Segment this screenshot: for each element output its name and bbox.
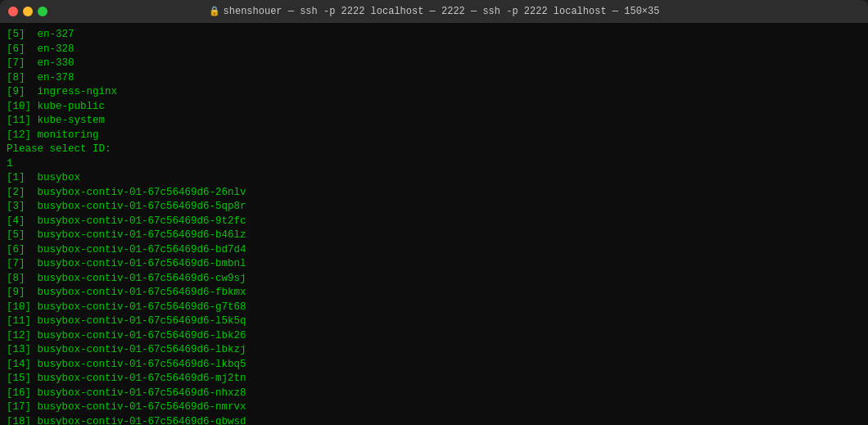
- terminal-line: [17] busybox-contiv-01-67c56469d6-nmrvx: [7, 400, 861, 415]
- lock-icon: 🔒: [209, 7, 220, 16]
- close-button[interactable]: [8, 7, 18, 16]
- terminal-line: [1] busybox: [7, 171, 861, 186]
- terminal-line: [8] busybox-contiv-01-67c56469d6-cw9sj: [7, 272, 861, 287]
- title-bar: 🔒shenshouer — ssh -p 2222 localhost — 22…: [0, 0, 868, 23]
- terminal-line: [5] en-327: [7, 28, 861, 43]
- terminal-line: 1: [7, 157, 861, 172]
- terminal-line: [9] ingress-nginx: [7, 85, 861, 100]
- terminal-line: [10] busybox-contiv-01-67c56469d6-g7t68: [7, 301, 861, 315]
- terminal-line: [6] en-328: [7, 43, 861, 57]
- terminal-line: [9] busybox-contiv-01-67c56469d6-fbkmx: [7, 286, 861, 301]
- terminal-line: [5] busybox-contiv-01-67c56469d6-b46lz: [7, 228, 861, 243]
- terminal-line: [4] busybox-contiv-01-67c56469d6-9t2fc: [7, 215, 861, 229]
- terminal-line: [3] busybox-contiv-01-67c56469d6-5qp8r: [7, 200, 861, 215]
- terminal-line: [12] busybox-contiv-01-67c56469d6-lbk26: [7, 329, 861, 344]
- window-title: 🔒shenshouer — ssh -p 2222 localhost — 22…: [209, 6, 660, 17]
- terminal-line: Please select ID:: [7, 142, 861, 157]
- minimize-button[interactable]: [23, 7, 33, 16]
- terminal-line: [16] busybox-contiv-01-67c56469d6-nhxz8: [7, 387, 861, 401]
- maximize-button[interactable]: [38, 7, 47, 16]
- terminal-line: [10] kube-public: [7, 100, 861, 115]
- terminal-line: [7] en-330: [7, 57, 861, 71]
- terminal-line: [11] busybox-contiv-01-67c56469d6-l5k5q: [7, 314, 861, 329]
- terminal-line: [8] en-378: [7, 71, 861, 86]
- terminal-line: [13] busybox-contiv-01-67c56469d6-lbkzj: [7, 343, 861, 358]
- terminal-line: [12] monitoring: [7, 129, 861, 143]
- terminal-line: [15] busybox-contiv-01-67c56469d6-mj2tn: [7, 372, 861, 387]
- terminal-line: [18] busybox-contiv-01-67c56469d6-qbwsd: [7, 415, 861, 426]
- traffic-lights: [8, 7, 47, 16]
- terminal-line: [7] busybox-contiv-01-67c56469d6-bmbnl: [7, 257, 861, 272]
- terminal-line: [6] busybox-contiv-01-67c56469d6-bd7d4: [7, 243, 861, 258]
- terminal-line: [11] kube-system: [7, 114, 861, 129]
- terminal-line: [14] busybox-contiv-01-67c56469d6-lkbq5: [7, 358, 861, 373]
- terminal[interactable]: [5] en-327[6] en-328[7] en-330[8] en-378…: [0, 23, 868, 425]
- terminal-line: [2] busybox-contiv-01-67c56469d6-26nlv: [7, 186, 861, 201]
